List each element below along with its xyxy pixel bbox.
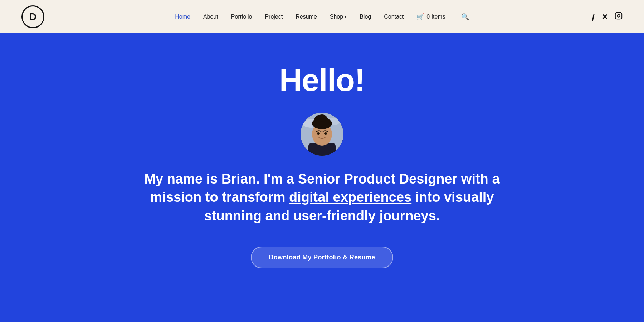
svg-point-15 xyxy=(324,132,327,135)
hero-description: My name is Brian. I'm a Senior Product D… xyxy=(125,170,519,225)
hero-section: Hello! xyxy=(0,33,644,322)
main-nav: Home About Portfolio Project Resume Shop… xyxy=(175,13,469,21)
search-icon: 🔍 xyxy=(461,13,469,20)
nav-item-portfolio[interactable]: Portfolio xyxy=(231,14,252,20)
social-links: f ✕ xyxy=(592,12,623,21)
twitter-x-icon[interactable]: ✕ xyxy=(602,13,608,21)
nav-item-about[interactable]: About xyxy=(203,14,218,20)
svg-point-1 xyxy=(617,14,620,17)
hero-title: Hello! xyxy=(279,62,365,98)
shop-dropdown-icon: ▾ xyxy=(345,14,347,19)
instagram-icon[interactable] xyxy=(615,12,623,21)
nav-item-project[interactable]: Project xyxy=(265,14,283,20)
facebook-icon[interactable]: f xyxy=(592,12,595,21)
download-button[interactable]: Download My Portfolio & Resume xyxy=(251,247,393,268)
avatar xyxy=(301,113,343,156)
logo-button[interactable]: D xyxy=(21,5,44,28)
svg-point-2 xyxy=(620,14,621,14)
nav-item-shop[interactable]: Shop ▾ xyxy=(330,14,347,20)
cart-icon: 🛒 xyxy=(416,13,424,21)
logo-area: D xyxy=(21,5,44,28)
search-button[interactable]: 🔍 xyxy=(461,13,469,21)
nav-item-resume[interactable]: Resume xyxy=(296,14,317,20)
svg-point-13 xyxy=(317,114,327,122)
nav-item-home[interactable]: Home xyxy=(175,14,190,20)
nav-item-blog[interactable]: Blog xyxy=(360,14,371,20)
hero-description-link[interactable]: digital experiences xyxy=(289,190,411,205)
header: D Home About Portfolio Project Resume Sh… xyxy=(0,0,644,33)
nav-item-contact[interactable]: Contact xyxy=(384,14,404,20)
svg-rect-0 xyxy=(615,13,622,19)
cart-button[interactable]: 🛒 0 Items xyxy=(416,13,445,21)
cart-count: 0 Items xyxy=(426,14,445,20)
svg-point-14 xyxy=(317,132,320,135)
